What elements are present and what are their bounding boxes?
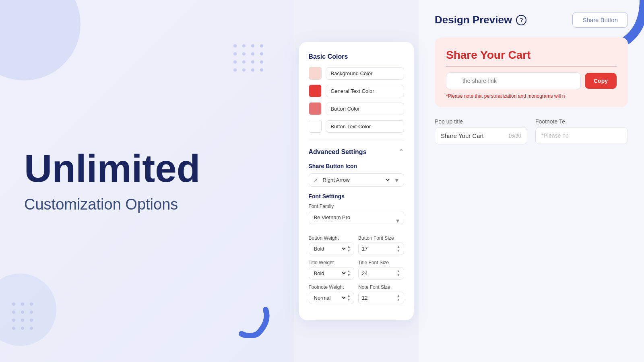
button-text-color-row: Button Text Color	[309, 120, 404, 133]
footnote-weight-spinner: ▲ ▼	[347, 294, 351, 302]
note-font-size-arrows: ▲ ▼	[397, 294, 400, 302]
title-font-size-down[interactable]: ▼	[397, 274, 400, 277]
share-button-icon-select[interactable]: Right Arrow Left Arrow Share Send	[321, 177, 391, 183]
title-weight-field: Title Weight Bold Normal Light ▲ ▼	[309, 260, 355, 280]
preview-card-divider	[446, 66, 617, 67]
font-family-wrapper: Be Vietnam Pro Roboto Open Sans Lato	[309, 211, 404, 230]
share-link-wrapper: 🔗	[446, 72, 581, 89]
background-color-button[interactable]: Background Color	[326, 67, 404, 80]
button-font-size-input[interactable]	[362, 246, 397, 252]
general-text-color-button[interactable]: General Text Color	[326, 85, 404, 97]
button-weight-down[interactable]: ▼	[347, 249, 351, 253]
button-font-size-arrows: ▲ ▼	[397, 245, 400, 253]
deco-circle-top-left	[0, 0, 80, 80]
button-font-size-field: Button Font Size ▲ ▼	[358, 235, 404, 255]
hero-title: Unlimited	[24, 149, 200, 188]
popup-title-field: Pop up title Share Your Cart 16/30	[435, 118, 527, 144]
chevron-up-icon: ⌃	[398, 148, 404, 156]
note-font-size-down[interactable]: ▼	[397, 298, 400, 302]
preview-header: Design Preview ? Share Button	[435, 12, 628, 28]
title-weight-spinner: ▲ ▼	[347, 269, 351, 277]
basic-colors-title: Basic Colors	[309, 53, 404, 60]
preview-card-title: Share Your Cart	[446, 49, 617, 62]
hero-subtitle: Customization Options	[24, 196, 178, 213]
title-weight-fontsize-row: Title Weight Bold Normal Light ▲ ▼ Title…	[309, 260, 404, 280]
bottom-form: Pop up title Share Your Cart 16/30 Footn…	[435, 118, 628, 144]
button-text-color-swatch[interactable]	[309, 120, 322, 133]
button-weight-label: Button Weight	[309, 235, 355, 241]
title-font-size-label: Title Font Size	[358, 260, 404, 265]
middle-panel: Basic Colors Background Color General Te…	[294, 0, 419, 362]
title-weight-label: Title Weight	[309, 260, 355, 265]
title-font-size-spinner: ▲ ▼	[358, 267, 404, 280]
advanced-settings-header[interactable]: Advanced Settings ⌃	[309, 148, 404, 156]
font-family-label: Font Family	[309, 204, 404, 209]
title-font-size-input[interactable]	[362, 270, 397, 276]
footnote-input-wrapper[interactable]: *Please no	[535, 127, 628, 144]
title-font-size-field: Title Font Size ▲ ▼	[358, 260, 404, 280]
footnote-placeholder: *Please no	[541, 132, 569, 139]
preview-title-area: Design Preview ?	[435, 14, 526, 26]
title-font-size-arrows: ▲ ▼	[397, 269, 400, 277]
title-weight-select-wrapper: Bold Normal Light ▲ ▼	[309, 267, 355, 280]
left-section: Unlimited Customization Options	[0, 0, 294, 362]
popup-title-value: Share Your Cart	[441, 132, 484, 139]
font-settings-title: Font Settings	[309, 193, 404, 200]
deco-blue-curve-bottom	[237, 306, 270, 338]
button-text-color-button[interactable]: Button Text Color	[326, 120, 404, 133]
share-button[interactable]: Share Button	[572, 12, 628, 28]
arrow-icon: ↗	[313, 177, 318, 183]
note-font-size-up[interactable]: ▲	[397, 294, 400, 298]
deco-dots-bottom-left	[12, 302, 34, 330]
button-weight-select[interactable]: Bold Normal Light	[312, 245, 347, 252]
general-text-color-row: General Text Color	[309, 84, 404, 97]
preview-card: Share Your Cart 🔗 Copy *Please note that…	[435, 37, 628, 107]
settings-card: Basic Colors Background Color General Te…	[299, 42, 414, 320]
footnote-weight-select-wrapper: Normal Bold Light ▲ ▼	[309, 292, 355, 304]
advanced-settings-title: Advanced Settings	[309, 148, 367, 156]
general-text-color-swatch[interactable]	[309, 84, 322, 97]
footnote-weight-down[interactable]: ▼	[347, 298, 351, 302]
preview-note: *Please note that personalization and mo…	[446, 93, 617, 99]
button-font-size-down[interactable]: ▼	[397, 249, 400, 253]
share-button-icon-title: Share Button Icon	[309, 163, 404, 169]
footnote-label: Footnote Te	[535, 118, 628, 125]
footnote-field: Footnote Te *Please no	[535, 118, 628, 144]
button-color-swatch[interactable]	[309, 102, 322, 115]
button-font-size-up[interactable]: ▲	[397, 245, 400, 249]
button-color-button[interactable]: Button Color	[326, 103, 404, 115]
chevron-down-icon: ▼	[394, 177, 400, 183]
popup-title-input-wrapper[interactable]: Share Your Cart 16/30	[435, 127, 527, 144]
title-weight-up[interactable]: ▲	[347, 269, 351, 273]
footnote-weight-select[interactable]: Normal Bold Light	[312, 294, 347, 301]
divider-1	[309, 140, 404, 140]
title-weight-select[interactable]: Bold Normal Light	[312, 270, 347, 277]
footnote-weight-label: Footnote Weight	[309, 284, 355, 290]
popup-title-label: Pop up title	[435, 118, 527, 125]
footnote-weight-up[interactable]: ▲	[347, 294, 351, 298]
preview-title: Design Preview	[435, 14, 512, 26]
copy-button[interactable]: Copy	[585, 73, 617, 89]
background-color-swatch[interactable]	[309, 67, 322, 80]
button-font-size-spinner: ▲ ▼	[358, 243, 404, 255]
share-link-input[interactable]	[446, 72, 581, 89]
button-weight-fontsize-row: Button Weight Bold Normal Light ▲ ▼ Butt…	[309, 235, 404, 255]
button-weight-up[interactable]: ▲	[347, 245, 351, 249]
footnote-weight-field: Footnote Weight Normal Bold Light ▲ ▼	[309, 284, 355, 304]
button-weight-field: Button Weight Bold Normal Light ▲ ▼	[309, 235, 355, 255]
note-font-size-label: Note Font Size	[358, 284, 404, 290]
share-button-icon-select-row[interactable]: ↗ Right Arrow Left Arrow Share Send ▼	[309, 173, 404, 187]
right-section: Design Preview ? Share Button Share Your…	[419, 0, 644, 362]
title-font-size-up[interactable]: ▲	[397, 269, 400, 273]
title-weight-down[interactable]: ▼	[347, 274, 351, 277]
info-icon[interactable]: ?	[516, 15, 526, 25]
background-color-row: Background Color	[309, 67, 404, 80]
note-font-size-field: Note Font Size ▲ ▼	[358, 284, 404, 304]
note-font-size-input[interactable]	[362, 295, 397, 301]
button-weight-select-wrapper: Bold Normal Light ▲ ▼	[309, 243, 355, 255]
font-family-select[interactable]: Be Vietnam Pro Roboto Open Sans Lato	[309, 211, 404, 224]
button-font-size-label: Button Font Size	[358, 235, 404, 241]
share-link-row: 🔗 Copy	[446, 72, 617, 89]
button-color-row: Button Color	[309, 102, 404, 115]
deco-dots-top-right	[233, 44, 264, 72]
